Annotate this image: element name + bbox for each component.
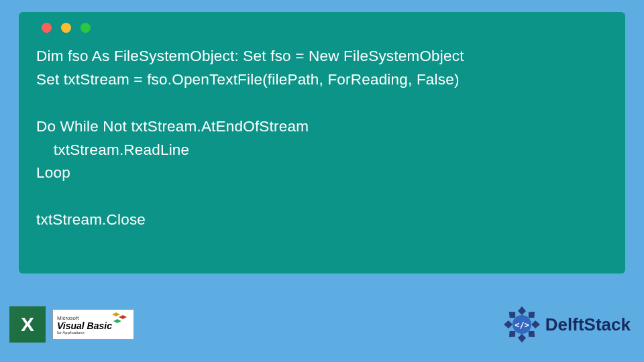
vb-sub-text: for Applications [57,330,129,335]
svg-marker-0 [112,312,120,316]
minimize-icon[interactable] [61,23,71,33]
code-line: Do While Not txtStream.AtEndOfStream [36,115,608,139]
excel-logo-icon: X [9,306,46,343]
vb-blocks-icon [111,311,131,327]
svg-marker-9 [504,320,513,328]
delftstack-text: DelftStack [545,314,631,335]
code-line: txtStream.ReadLine [36,139,608,162]
code-line: txtStream.Close [36,208,608,232]
code-block: Dim fso As FileSystemObject: Set fso = N… [36,45,608,232]
footer: X Microsoft Visual Basic for Application… [9,303,631,346]
delftstack-logo: </> DelftStack [502,305,631,344]
code-line: Set txtStream = fso.OpenTextFile(filePat… [36,68,608,92]
code-glyph-icon: </> [515,320,529,330]
left-logo-group: X Microsoft Visual Basic for Application… [9,306,134,343]
svg-marker-1 [119,315,127,319]
code-line [36,185,608,208]
visual-basic-logo: Microsoft Visual Basic for Applications [52,309,134,340]
delftstack-badge-icon: </> [502,305,541,344]
code-line: Loop [36,162,608,185]
maximize-icon[interactable] [80,23,91,33]
code-line: Dim fso As FileSystemObject: Set fso = N… [36,45,608,68]
code-line [36,92,608,115]
svg-marker-3 [518,306,526,315]
excel-letter: X [21,313,34,336]
code-window: Dim fso As FileSystemObject: Set fso = N… [19,12,625,274]
close-icon[interactable] [42,23,52,33]
svg-marker-5 [531,320,540,328]
svg-marker-7 [518,334,526,343]
svg-marker-2 [113,319,121,323]
window-controls [36,23,608,33]
